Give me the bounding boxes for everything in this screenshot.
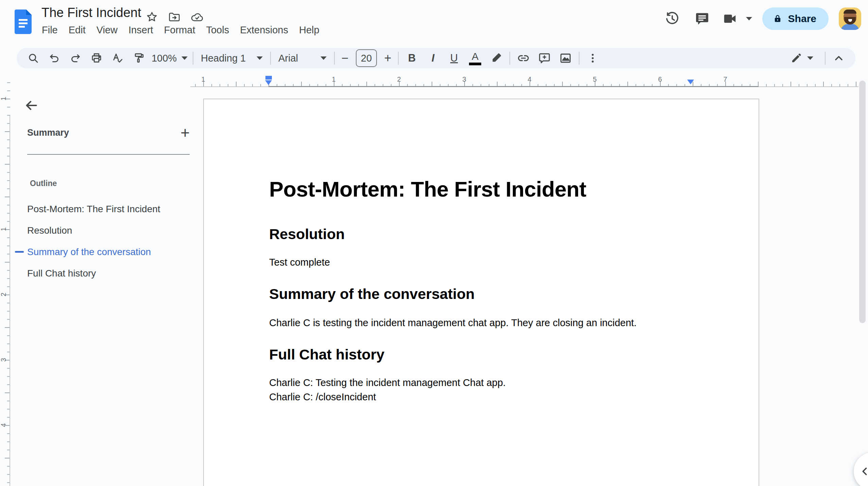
join-call-control[interactable] — [722, 11, 752, 27]
outline-item-resolution[interactable]: Resolution — [15, 220, 190, 241]
doc-paragraph[interactable]: Charlie C is testing the incident manage… — [269, 316, 637, 330]
menu-view[interactable]: View — [91, 22, 123, 38]
print-icon[interactable] — [86, 50, 107, 67]
comments-icon[interactable] — [692, 9, 712, 29]
zoom-value: 100% — [152, 53, 177, 64]
menu-help[interactable]: Help — [294, 22, 325, 38]
add-comment-icon[interactable] — [534, 50, 555, 67]
active-dash-icon — [15, 251, 24, 253]
toolbar-divider — [509, 52, 510, 65]
ruler-number: 1 — [0, 225, 8, 233]
video-call-options-caret-icon[interactable] — [746, 17, 752, 20]
ruler-number: 4 — [0, 421, 8, 429]
menu-tools[interactable]: Tools — [201, 22, 235, 38]
menu-format[interactable]: Format — [159, 22, 201, 38]
version-history-icon[interactable] — [662, 9, 682, 29]
outline-item-label: Post-Mortem: The First Incident — [27, 204, 160, 215]
text-color-swatch — [469, 63, 481, 65]
vertical-ruler[interactable]: 1 1 2 3 4 — [0, 76, 10, 486]
close-outline-back-icon[interactable] — [20, 95, 42, 116]
outline-item-label: Summary of the conversation — [27, 247, 151, 257]
add-summary-button[interactable]: + — [180, 127, 190, 139]
editing-mode-select[interactable] — [781, 50, 822, 67]
doc-heading-full-chat[interactable]: Full Chat history — [269, 346, 384, 363]
ruler-number: 2 — [395, 76, 403, 83]
decrease-font-size-button[interactable]: − — [337, 50, 352, 67]
lock-icon — [772, 14, 783, 24]
underline-button[interactable]: U — [444, 50, 465, 67]
share-button-label: Share — [788, 13, 816, 24]
text-color-letter: A — [472, 51, 479, 62]
summary-divider — [27, 154, 190, 155]
doc-heading-summary[interactable]: Summary of the conversation — [269, 286, 475, 302]
font-family-value: Arial — [278, 53, 298, 64]
account-avatar[interactable] — [839, 7, 861, 30]
toolbar-divider — [825, 52, 826, 65]
pencil-edit-icon — [790, 52, 802, 64]
paragraph-style-select[interactable]: Heading 1 — [196, 50, 267, 67]
doc-paragraph[interactable]: Test complete — [269, 255, 330, 269]
first-line-indent-marker[interactable] — [265, 80, 272, 85]
toolbar-divider — [334, 52, 335, 65]
ruler-number: 1 — [0, 95, 8, 103]
menu-extensions[interactable]: Extensions — [235, 22, 294, 38]
outline-item-post-mortem[interactable]: Post-Mortem: The First Incident — [15, 198, 190, 220]
doc-paragraph[interactable]: Charlie C: /closeIncident — [269, 390, 376, 404]
ruler-number: 7 — [721, 76, 730, 83]
style-caret-icon — [257, 56, 263, 60]
italic-button[interactable]: I — [422, 50, 444, 67]
search-menus-icon[interactable] — [23, 50, 44, 67]
insert-link-icon[interactable] — [513, 50, 534, 67]
outline-item-full-chat-history[interactable]: Full Chat history — [15, 263, 190, 284]
outline-item-label: Resolution — [27, 225, 72, 236]
star-icon[interactable] — [145, 11, 158, 23]
ruler-number: 2 — [0, 290, 8, 299]
menu-bar: File Edit View Insert Format Tools Exten… — [36, 22, 325, 38]
outline-item-summary-of-conversation[interactable]: Summary of the conversation — [15, 241, 190, 263]
document-title[interactable]: The First Incident — [41, 5, 141, 20]
right-indent-marker[interactable] — [687, 80, 694, 84]
increase-font-size-button[interactable]: + — [380, 50, 395, 67]
document-page[interactable]: Post-Mortem: The First Incident Resoluti… — [203, 99, 759, 486]
font-size-input[interactable]: 20 — [356, 49, 377, 67]
bold-button[interactable]: B — [401, 50, 422, 67]
outline-list: Post-Mortem: The First Incident Resoluti… — [15, 198, 190, 284]
more-options-icon[interactable] — [582, 50, 603, 67]
doc-heading-title[interactable]: Post-Mortem: The First Incident — [269, 177, 586, 201]
spell-check-icon[interactable] — [107, 50, 128, 67]
show-side-panel-button[interactable] — [854, 452, 868, 486]
toolbar-divider — [579, 52, 579, 65]
formatting-toolbar: 100% Heading 1 Arial − 20 + B I U A — [17, 48, 855, 68]
share-button[interactable]: Share — [762, 7, 829, 30]
font-family-select[interactable]: Arial — [274, 50, 331, 67]
hide-menus-icon[interactable] — [828, 50, 849, 67]
menu-edit[interactable]: Edit — [63, 22, 91, 38]
video-call-icon[interactable] — [722, 11, 738, 27]
ruler-number: 1 — [199, 76, 208, 83]
cloud-saved-icon[interactable] — [190, 10, 204, 24]
insert-image-icon[interactable] — [555, 50, 576, 67]
text-color-button[interactable]: A — [465, 50, 486, 67]
ruler-page-extent — [268, 86, 759, 87]
font-caret-icon — [320, 56, 327, 60]
left-indent-marker[interactable] — [265, 76, 272, 80]
toolbar-divider — [270, 52, 271, 65]
zoom-select[interactable]: 100% — [149, 50, 190, 67]
horizontal-ruler[interactable]: 1 1 2 3 4 5 6 7 — [190, 76, 858, 87]
doc-paragraph[interactable]: Charlie C: Testing the incident manageme… — [269, 375, 506, 390]
menu-insert[interactable]: Insert — [123, 22, 159, 38]
doc-heading-resolution[interactable]: Resolution — [269, 226, 345, 242]
ruler-number: 4 — [525, 76, 534, 83]
chevron-left-icon — [859, 466, 868, 477]
menu-file[interactable]: File — [36, 22, 63, 38]
undo-icon[interactable] — [44, 50, 65, 67]
summary-label: Summary — [27, 128, 69, 138]
highlight-color-icon[interactable] — [486, 50, 507, 67]
ruler-number: 6 — [656, 76, 664, 83]
paint-format-icon[interactable] — [128, 50, 149, 67]
redo-icon[interactable] — [65, 50, 86, 67]
vertical-scrollbar[interactable] — [859, 81, 866, 323]
google-docs-logo-icon[interactable] — [14, 10, 32, 34]
editing-mode-caret-icon — [807, 56, 813, 60]
move-to-folder-icon[interactable] — [168, 11, 181, 23]
